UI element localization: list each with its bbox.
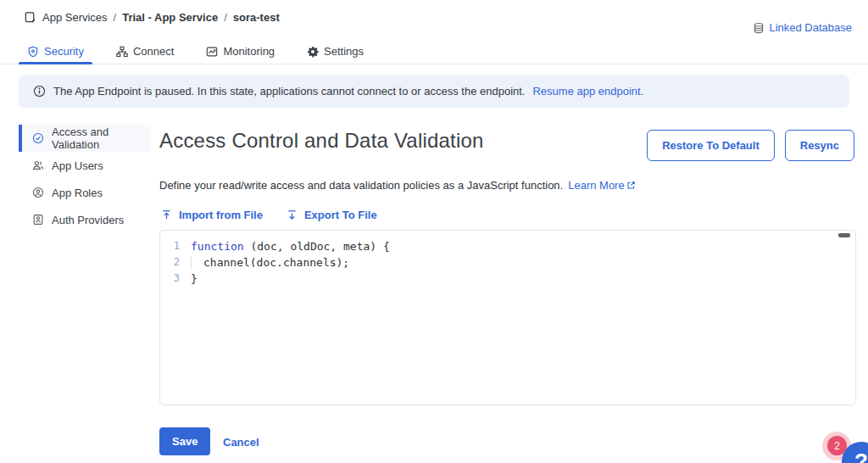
sidebar-item-app-users[interactable]: App Users (19, 152, 151, 179)
notification-badge: 2 (827, 436, 847, 455)
breadcrumb-separator: / (114, 11, 117, 24)
line-number: 3 (160, 271, 191, 287)
page-description: Define your read/write access and data v… (159, 179, 636, 192)
external-link-icon (626, 181, 636, 190)
learn-more-link[interactable]: Learn More (568, 179, 635, 192)
code-rest: (doc, oldDoc, meta) { (244, 240, 390, 253)
export-label: Export To File (304, 209, 377, 221)
editor-scrollbar-thumb[interactable] (838, 233, 850, 237)
code-text: } (191, 271, 198, 287)
code-line: 3 } (160, 271, 855, 287)
resume-endpoint-link[interactable]: Resume app endpoint. (532, 85, 643, 98)
indent-guide (191, 256, 203, 269)
info-icon (33, 85, 46, 98)
code-rest: channel(doc.channels); (203, 256, 349, 269)
tab-settings-label: Settings (324, 45, 364, 58)
breadcrumb-separator: / (224, 11, 227, 24)
import-from-file-link[interactable]: Import from File (161, 209, 263, 221)
breadcrumb-service[interactable]: Trial - App Service (122, 11, 218, 24)
linked-database-link[interactable]: Linked Database (753, 21, 852, 34)
file-links-row: Import from File Export To File (161, 209, 377, 221)
sidebar-item-label: Auth Providers (52, 214, 124, 226)
learn-more-label: Learn More (568, 179, 624, 192)
import-label: Import from File (179, 209, 263, 221)
endpoint-paused-banner: The App Endpoint is paused. In this stat… (19, 75, 849, 108)
code-text: channel(doc.channels); (191, 254, 349, 271)
sync-function-editor[interactable]: 1 function (doc, oldDoc, meta) { 2 chann… (159, 230, 856, 405)
sitemap-icon (116, 46, 128, 58)
shield-icon (27, 46, 39, 58)
code-text: function (doc, oldDoc, meta) { (191, 238, 390, 254)
tab-settings[interactable]: Settings (305, 39, 365, 64)
tab-security-label: Security (44, 45, 84, 58)
save-button[interactable]: Save (159, 427, 210, 455)
app-services-icon (24, 11, 36, 24)
chart-icon (206, 46, 218, 58)
security-sidebar: Access and Validation App Users App Role… (19, 125, 151, 233)
sidebar-item-app-roles[interactable]: App Roles (19, 179, 151, 206)
code-line: 1 function (doc, oldDoc, meta) { (160, 238, 855, 254)
breadcrumb-app[interactable]: sora-test (233, 11, 280, 24)
database-icon (753, 22, 765, 34)
export-icon (287, 209, 298, 220)
tab-monitoring[interactable]: Monitoring (204, 39, 276, 64)
resync-button[interactable]: Resync (785, 130, 854, 161)
sidebar-item-label: Access and Validation (52, 126, 151, 151)
tab-monitoring-label: Monitoring (223, 45, 275, 58)
sidebar-item-access-validation[interactable]: Access and Validation (19, 125, 151, 152)
export-to-file-link[interactable]: Export To File (287, 209, 377, 221)
tab-bar: Security Connect Monitoring (0, 39, 868, 64)
sidebar-item-label: App Users (52, 159, 103, 172)
id-badge-icon (32, 214, 44, 226)
sidebar-item-auth-providers[interactable]: Auth Providers (19, 206, 151, 233)
header-actions: Restore To Default Resync (647, 130, 854, 161)
question-mark-icon: ? (854, 449, 868, 463)
keyword: function (191, 240, 244, 253)
tab-security[interactable]: Security (25, 39, 86, 64)
tab-connect[interactable]: Connect (114, 39, 175, 64)
tab-connect-label: Connect (133, 45, 174, 58)
gear-icon (307, 46, 319, 58)
user-circle-icon (32, 187, 44, 198)
code-line: 2 channel(doc.channels); (160, 254, 855, 271)
cancel-button[interactable]: Cancel (223, 436, 259, 449)
check-circle-icon (32, 132, 44, 144)
users-icon (32, 159, 44, 171)
breadcrumb-app-services[interactable]: App Services (42, 11, 108, 24)
description-text: Define your read/write access and data v… (159, 179, 563, 192)
restore-to-default-button[interactable]: Restore To Default (647, 130, 775, 161)
sidebar-item-label: App Roles (52, 187, 103, 199)
linked-database-label: Linked Database (769, 21, 852, 34)
banner-message: The App Endpoint is paused. In this stat… (53, 85, 525, 98)
import-icon (161, 209, 172, 220)
line-number: 2 (160, 254, 191, 271)
page-title: Access Control and Data Validation (159, 129, 484, 153)
line-number: 1 (160, 238, 191, 254)
breadcrumb: App Services / Trial - App Service / sor… (24, 11, 280, 24)
